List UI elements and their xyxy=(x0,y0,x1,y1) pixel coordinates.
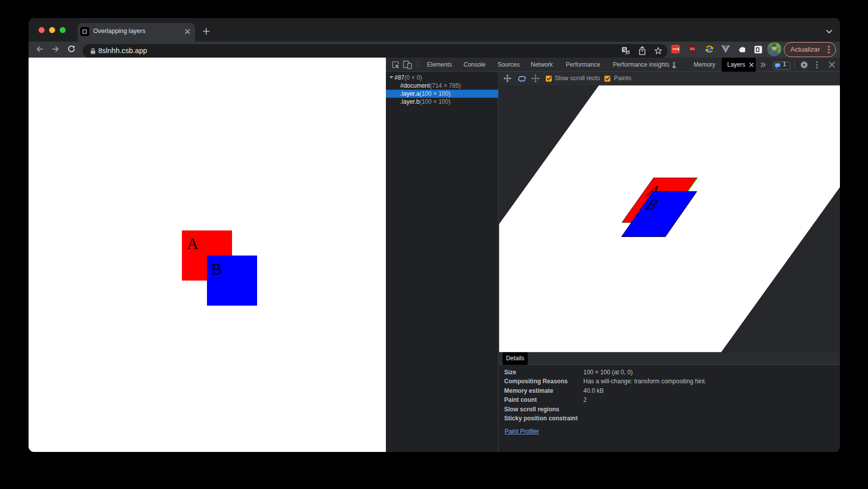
svg-text:R: R xyxy=(708,47,712,53)
svg-text:UO: UO xyxy=(690,47,695,51)
